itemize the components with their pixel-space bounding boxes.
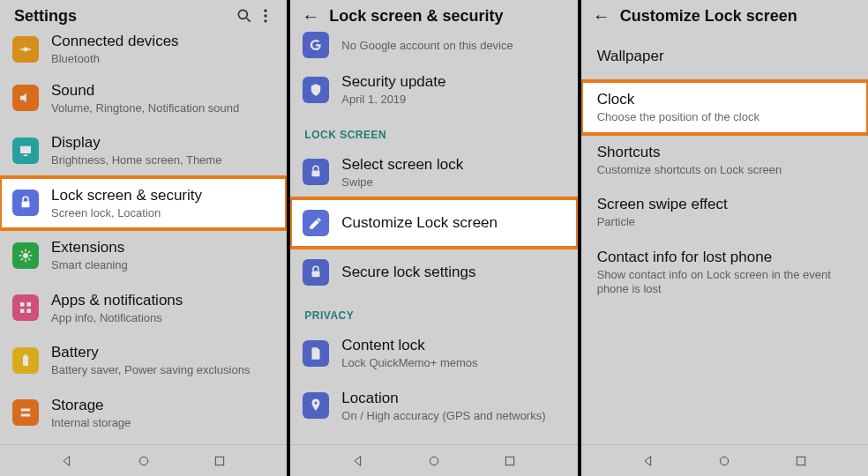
nav-home-icon[interactable] xyxy=(715,452,733,470)
nav-recent-icon[interactable] xyxy=(501,452,519,470)
pin-icon xyxy=(303,392,329,419)
item-subtitle: April 1, 2019 xyxy=(341,93,565,107)
svg-rect-19 xyxy=(215,457,223,465)
list-item[interactable]: Secure lock settings xyxy=(290,248,577,297)
customize-list: WallpaperClockChoose the position of the… xyxy=(581,32,868,444)
lock-icon xyxy=(12,190,39,216)
item-title: Location xyxy=(341,389,565,407)
list-item[interactable]: SoundVolume, Ringtone, Notification soun… xyxy=(0,72,287,125)
item-subtitle: On / High accuracy (GPS and networks) xyxy=(341,409,565,423)
svg-rect-15 xyxy=(21,409,31,412)
item-title: Sound xyxy=(51,81,274,100)
page-title: Lock screen & security xyxy=(329,7,566,26)
page-title: Settings xyxy=(14,7,234,26)
list-item[interactable]: LocationOn / High accuracy (GPS and netw… xyxy=(290,380,577,433)
nav-home-icon[interactable] xyxy=(425,452,443,470)
item-subtitle: App info, Notifications xyxy=(51,311,274,325)
list-item[interactable]: DisplayBrightness, Home screen, Theme xyxy=(0,124,287,177)
svg-point-22 xyxy=(430,457,438,465)
list-item[interactable]: Contact info for lost phoneShow contact … xyxy=(581,239,868,306)
item-title: Customize Lock screen xyxy=(341,213,565,232)
list-item[interactable]: Select screen lockSwipe xyxy=(290,146,577,199)
item-subtitle: Bluetooth xyxy=(51,52,274,66)
ext-icon xyxy=(12,242,39,269)
shield-icon xyxy=(303,77,329,103)
list-item[interactable]: Content lockLock QuickMemo+ memos xyxy=(290,327,577,380)
nav-back-icon[interactable] xyxy=(349,452,367,470)
back-icon[interactable]: ← xyxy=(592,7,611,25)
section-header: LOCK SCREEN xyxy=(290,116,577,146)
list-item[interactable]: Customize Lock screen xyxy=(290,198,577,248)
svg-rect-25 xyxy=(797,457,804,465)
svg-rect-14 xyxy=(25,354,27,356)
item-title: Wallpaper xyxy=(597,47,856,65)
header: Settings xyxy=(0,0,287,32)
item-subtitle: Volume, Ringtone, Notification sound xyxy=(51,101,274,115)
item-title: Display xyxy=(51,133,274,152)
svg-rect-7 xyxy=(22,202,30,208)
lock-icon xyxy=(303,159,329,185)
item-subtitle: Brightness, Home screen, Theme xyxy=(51,153,274,167)
list-item[interactable]: Security updateApril 1, 2019 xyxy=(290,63,577,116)
item-title: Clock xyxy=(597,90,856,108)
svg-rect-5 xyxy=(20,146,31,153)
item-subtitle: Internal storage xyxy=(51,416,274,430)
svg-point-18 xyxy=(139,457,147,465)
apps-icon xyxy=(12,294,39,321)
list-item[interactable]: ShortcutsCustomize shortcuts on Lock scr… xyxy=(581,134,868,187)
list-item[interactable]: Wallpaper xyxy=(581,32,868,81)
nav-recent-icon[interactable] xyxy=(211,452,228,470)
nav-bar xyxy=(290,444,577,476)
more-icon[interactable] xyxy=(255,7,276,25)
svg-rect-10 xyxy=(27,302,32,307)
list-item[interactable]: BatteryBattery saver, Power saving exclu… xyxy=(0,334,287,387)
item-title: Secure lock settings xyxy=(341,263,565,281)
svg-point-4 xyxy=(265,19,267,22)
svg-rect-16 xyxy=(21,414,31,417)
settings-panel: Settings Connected devicesBluetoothSound… xyxy=(0,0,287,476)
list-item[interactable]: Screen swipe effectParticle xyxy=(581,186,868,239)
header: ← Customize Lock screen xyxy=(581,0,868,32)
item-title: Battery xyxy=(51,343,274,361)
item-subtitle: Swipe xyxy=(341,175,565,190)
svg-point-8 xyxy=(23,253,28,258)
back-icon[interactable]: ← xyxy=(301,7,320,25)
svg-rect-21 xyxy=(312,271,320,278)
svg-rect-9 xyxy=(20,302,25,307)
svg-rect-6 xyxy=(24,154,28,156)
page-title: Customize Lock screen xyxy=(620,7,857,26)
list-item[interactable]: StorageInternal storage xyxy=(0,387,287,440)
list-item[interactable]: Apps & notificationsApp info, Notificati… xyxy=(0,282,287,335)
nav-recent-icon[interactable] xyxy=(792,452,810,470)
nav-back-icon[interactable] xyxy=(58,452,76,470)
google-icon xyxy=(303,32,329,58)
svg-line-1 xyxy=(247,19,251,22)
list-item[interactable]: No Google account on this device xyxy=(290,32,577,63)
link-icon xyxy=(12,36,39,63)
svg-point-0 xyxy=(239,10,248,19)
svg-rect-12 xyxy=(27,309,32,314)
nav-back-icon[interactable] xyxy=(640,452,657,470)
lock-icon xyxy=(303,259,329,286)
lock-security-list: No Google account on this deviceSecurity… xyxy=(290,32,577,444)
customize-lock-panel: ← Customize Lock screen WallpaperClockCh… xyxy=(578,0,868,476)
doc-icon xyxy=(303,340,329,367)
nav-home-icon[interactable] xyxy=(135,452,153,470)
item-subtitle: Smart cleaning xyxy=(51,258,274,272)
item-title: Connected devices xyxy=(51,32,274,50)
item-subtitle: Customize shortcuts on Lock screen xyxy=(597,163,856,177)
lock-security-panel: ← Lock screen & security No Google accou… xyxy=(287,0,577,476)
list-item[interactable]: ExtensionsSmart cleaning xyxy=(0,229,287,282)
battery-icon xyxy=(12,347,39,374)
list-item[interactable]: Lock screen & securityScreen lock, Locat… xyxy=(0,177,287,230)
list-item[interactable]: Connected devicesBluetooth xyxy=(0,32,287,72)
list-item[interactable]: ClockChoose the position of the clock xyxy=(581,81,868,134)
item-subtitle: Show contact info on Lock screen in the … xyxy=(597,268,856,297)
search-icon[interactable] xyxy=(234,7,255,25)
item-subtitle: Battery saver, Power saving exclusions xyxy=(51,363,274,377)
sound-icon xyxy=(12,85,39,111)
settings-list: Connected devicesBluetoothSoundVolume, R… xyxy=(0,32,287,444)
item-title: Content lock xyxy=(341,336,565,354)
svg-point-2 xyxy=(265,10,267,12)
svg-rect-11 xyxy=(20,309,25,314)
